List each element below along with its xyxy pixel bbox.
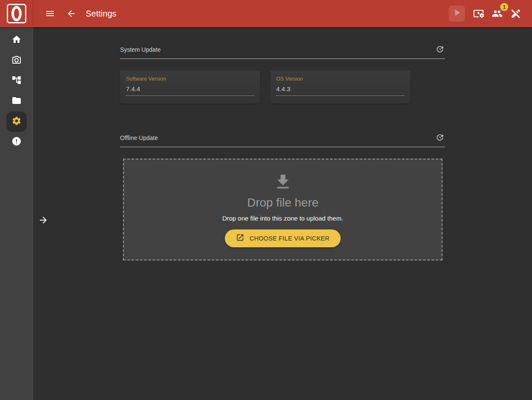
system-update-title: System Update bbox=[120, 46, 161, 53]
choose-file-button-label: CHOOSE FILE VIA PICKER bbox=[249, 235, 330, 242]
settings-page: System Update Software Version 7.4.4 OS … bbox=[33, 27, 532, 400]
sidebar-item-cameras[interactable] bbox=[6, 50, 27, 71]
software-version-field: Software Version 7.4.4 bbox=[120, 70, 260, 103]
video-settings-icon bbox=[473, 8, 484, 19]
logo-icon bbox=[7, 4, 26, 23]
system-update-refresh-button[interactable] bbox=[435, 45, 445, 55]
edit-off-icon bbox=[510, 8, 521, 19]
offline-update-header: Offline Update bbox=[120, 133, 445, 147]
offline-update-title: Offline Update bbox=[120, 134, 158, 141]
topbar: Settings 1 bbox=[0, 0, 532, 27]
sidebar bbox=[0, 27, 33, 400]
arrow-back-icon bbox=[66, 8, 76, 19]
back-button[interactable] bbox=[64, 6, 79, 21]
user-count-badge: 1 bbox=[500, 3, 508, 11]
users-button[interactable]: 1 bbox=[490, 6, 505, 21]
sidebar-item-events[interactable] bbox=[6, 132, 27, 152]
dropzone-headline: Drop file here bbox=[247, 196, 318, 210]
device-tree-icon bbox=[11, 75, 22, 87]
os-version-label: OS Version bbox=[276, 76, 404, 82]
system-update-header: System Update bbox=[120, 45, 445, 59]
camera-icon bbox=[11, 55, 22, 67]
offline-update-refresh-button[interactable] bbox=[435, 133, 445, 143]
error-icon bbox=[11, 136, 22, 148]
hamburger-menu-icon bbox=[45, 8, 55, 19]
home-icon bbox=[11, 34, 22, 46]
app-logo bbox=[0, 0, 33, 27]
sidebar-item-settings[interactable] bbox=[6, 112, 27, 132]
os-version-value: 4.4.3 bbox=[276, 85, 404, 96]
hamburger-menu-button[interactable] bbox=[42, 6, 58, 21]
sidebar-item-home[interactable] bbox=[6, 30, 27, 50]
choose-file-button[interactable]: CHOOSE FILE VIA PICKER bbox=[225, 229, 341, 247]
open-in-new-icon bbox=[236, 233, 244, 243]
sidebar-item-files[interactable] bbox=[6, 91, 27, 112]
update-icon bbox=[436, 48, 444, 55]
version-cards-row: Software Version 7.4.4 OS Version 4.4.3 bbox=[120, 70, 445, 103]
software-version-value: 7.4.4 bbox=[126, 85, 254, 96]
file-dropzone[interactable]: Drop file here Drop one file into this z… bbox=[123, 159, 442, 260]
update-icon bbox=[436, 137, 444, 143]
sidebar-item-device-tree[interactable] bbox=[6, 71, 27, 91]
page-title: Settings bbox=[86, 9, 116, 19]
play-icon bbox=[451, 7, 462, 20]
software-version-label: Software Version bbox=[126, 76, 254, 82]
folder-icon bbox=[11, 95, 22, 107]
dropzone-subtext: Drop one file into this zone to upload t… bbox=[222, 215, 343, 222]
settings-gear-icon bbox=[11, 116, 22, 128]
os-version-field: OS Version 4.4.3 bbox=[270, 70, 410, 103]
file-download-icon bbox=[273, 172, 293, 193]
edit-off-button[interactable] bbox=[508, 6, 524, 21]
play-button[interactable] bbox=[449, 6, 465, 22]
video-settings-button[interactable] bbox=[471, 6, 486, 21]
